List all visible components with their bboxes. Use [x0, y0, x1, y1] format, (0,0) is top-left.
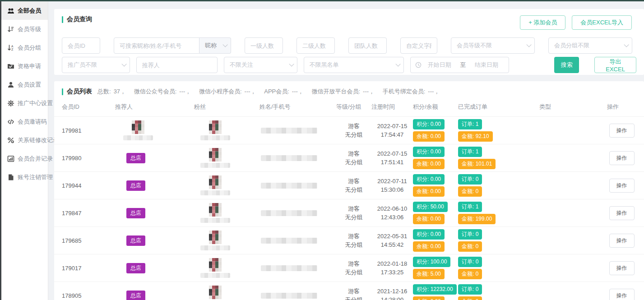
points-badge: 积分: 0.00: [413, 147, 445, 157]
sort-alpha-icon: AZ: [7, 44, 14, 51]
fan-avatar: [200, 120, 230, 140]
member-id-input[interactable]: [62, 37, 100, 54]
chevron-down-icon: [396, 61, 401, 66]
sort-numeric-icon: [7, 26, 14, 33]
member-group: 无分组: [345, 185, 363, 194]
points-badge: 积分: 100.00: [413, 257, 450, 267]
list-summary: 总数:37， 微信公众号会员:---， 微信小程序会员:---， APP会员:-…: [97, 88, 446, 96]
sidebar-item-member-groups[interactable]: AZ 会员分组: [1, 38, 48, 57]
referrer-badge: 总店: [126, 263, 145, 273]
promoter-select[interactable]: 推广员不限: [62, 57, 130, 73]
member-level: 游客: [348, 232, 360, 240]
sidebar-item-label: 关系链修改记录: [18, 136, 59, 144]
table-row: 179685 总店 游客无分组 2022-05-3114:55:42 积分: 0…: [54, 226, 644, 254]
register-date: 2022-07-15: [377, 149, 408, 158]
blurred-name-phone: [261, 128, 317, 134]
member-level: 游客: [348, 177, 360, 185]
row-action-button[interactable]: 操作: [609, 289, 635, 300]
row-action-button[interactable]: 操作: [609, 206, 635, 220]
sidebar-item-relation-log[interactable]: 关系链修改记录: [1, 131, 48, 149]
sidebar-item-member-settings[interactable]: 会员设置: [1, 75, 48, 94]
fan-avatar: [200, 231, 230, 250]
excel-import-button[interactable]: 会员EXCEL导入: [572, 15, 632, 30]
custom-field-input[interactable]: [400, 37, 437, 54]
date-start: 开始日期: [422, 61, 457, 69]
table-row: 178905 总店 游客无分组 2021-12-1614:28:00 积分: 1…: [54, 282, 644, 300]
sidebar-item-label: 会员合并记录: [18, 155, 53, 163]
fan-avatar: [200, 175, 230, 195]
member-level: 游客: [348, 122, 360, 130]
orders-badge: 订单: 1: [458, 119, 482, 129]
register-date: 2022-05-31: [377, 232, 408, 240]
row-action-button[interactable]: 操作: [609, 124, 635, 138]
level1-count-input[interactable]: [245, 37, 283, 54]
blacklist-select[interactable]: 不限黑名单: [304, 57, 404, 73]
register-date: 2022-01-18: [377, 259, 408, 268]
sidebar-item-label: 全部会员: [18, 7, 41, 15]
row-action-button[interactable]: 操作: [609, 151, 635, 165]
referrer-badge: 总店: [126, 153, 145, 163]
referrer-badge: 总店: [126, 235, 145, 246]
member-level: 游客: [348, 259, 360, 268]
sidebar-item-member-levels[interactable]: 会员等级: [1, 20, 48, 38]
chevron-down-icon: [121, 61, 126, 66]
register-time: 12:43:06: [381, 213, 404, 222]
keyword-type-select[interactable]: 昵称: [199, 37, 231, 54]
register-time: 17:51:41: [381, 158, 404, 166]
window-top-edge: [0, 0, 644, 1]
link-icon: [7, 137, 14, 144]
follow-select[interactable]: 不限关注: [224, 57, 297, 73]
svg-text:Z: Z: [11, 48, 14, 51]
date-range-picker[interactable]: 开始日期 至 结束日期: [410, 57, 509, 73]
register-time: 17:54:47: [381, 130, 404, 139]
orders-badge: 订单: 0: [458, 284, 482, 295]
export-excel-button[interactable]: 导出EXCEL: [594, 57, 636, 73]
sidebar-item-all-members[interactable]: 全部会员: [1, 1, 48, 20]
gear-icon: [7, 100, 14, 107]
balance-badge: 余额: 0.00: [413, 186, 445, 197]
member-level-select[interactable]: 会员等级不限: [451, 37, 535, 54]
keyword-input[interactable]: [114, 37, 199, 54]
sidebar-item-label: 会员设置: [18, 81, 41, 89]
register-date: 2022-07-15: [377, 122, 408, 130]
sidebar-item-merge-log[interactable]: 会员合并记录: [1, 149, 48, 168]
amount-badge: 金额: 0: [458, 269, 482, 279]
row-action-button[interactable]: 操作: [609, 179, 635, 193]
sidebar-item-invite-code[interactable]: 会员邀请码: [1, 112, 48, 131]
keyword-combo: 昵称: [114, 37, 231, 54]
blurred-name-phone: [261, 265, 317, 271]
row-action-button[interactable]: 操作: [609, 261, 635, 275]
bar-chart-icon: [7, 155, 14, 162]
member-id: 179017: [62, 265, 81, 272]
user-icon: [7, 81, 14, 88]
member-group: 无分组: [345, 213, 363, 222]
search-button[interactable]: 搜索: [554, 57, 579, 73]
balance-badge: 余额: 0.00: [413, 159, 445, 169]
orders-badge: 订单: 0: [458, 257, 482, 267]
sidebar-item-label: 资格申请: [18, 62, 41, 70]
member-id: 179981: [62, 127, 81, 134]
fan-avatar: [200, 258, 230, 278]
orders-badge: 订单: 0: [458, 229, 482, 240]
level2-count-input[interactable]: [297, 37, 335, 54]
add-member-button[interactable]: + 添加会员: [520, 15, 565, 30]
balance-badge: 余额: 5.00: [413, 269, 445, 279]
file-icon: [7, 174, 14, 181]
row-action-button[interactable]: 操作: [609, 234, 635, 248]
referrer-input[interactable]: [136, 57, 218, 73]
sidebar-item-promotion-settings[interactable]: 推广中心设置: [1, 94, 48, 112]
balance-badge: 余额: 0.00: [413, 214, 445, 224]
register-date: 2022-06-10: [377, 204, 408, 213]
member-group-select[interactable]: 会员分组不限: [548, 37, 632, 54]
amount-badge: 金额: 0: [458, 186, 482, 197]
amount-badge: 金额: 0: [458, 241, 482, 252]
sidebar-item-account-cancellation[interactable]: 账号注销管理: [1, 168, 48, 186]
orders-badge: 订单: 1: [458, 202, 482, 212]
blurred-name: [123, 135, 153, 140]
team-count-input[interactable]: [348, 37, 387, 54]
sidebar-item-qualification[interactable]: 资格申请: [1, 57, 48, 75]
blurred-name: [200, 190, 230, 195]
member-query-panel: 会员查询 + 添加会员 会员EXCEL导入 昵称 会员等级不限 会员分组不限 推…: [54, 9, 644, 75]
date-end: 结束日期: [468, 61, 504, 69]
sidebar-item-label: 账号注销管理: [18, 173, 53, 181]
